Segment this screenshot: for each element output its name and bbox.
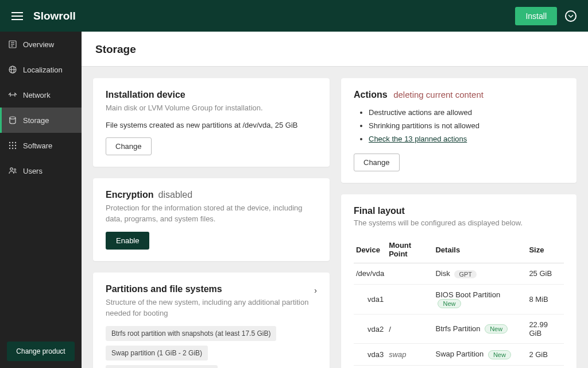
install-button[interactable]: Install [515, 7, 557, 25]
sidebar-label: Software [23, 141, 52, 150]
card-subtitle: Structure of the new system, including a… [106, 297, 317, 319]
menu-icon[interactable] [11, 10, 23, 22]
cell-device: vda2 [354, 315, 386, 344]
svg-point-16 [12, 148, 13, 149]
card-actions: Actions deleting current content Destruc… [341, 78, 577, 183]
partition-chip: Btrfs root partition with snapshots (at … [106, 326, 276, 341]
card-final-layout: Final layout The systems will be configu… [341, 194, 577, 368]
table-row: /dev/vdaDisk GPT25 GiB [354, 263, 564, 285]
svg-point-8 [10, 117, 16, 119]
cell-device: /dev/vda [354, 263, 386, 285]
sidebar-item-software[interactable]: Software [0, 133, 82, 158]
encryption-status: disabled [158, 190, 193, 200]
svg-point-19 [14, 169, 16, 171]
planned-actions-link[interactable]: Check the 13 planned actions [369, 135, 467, 143]
card-title: Encryption disabled [106, 190, 317, 200]
actions-item: Check the 13 planned actions [369, 132, 564, 145]
cell-details: BIOS Boot Partition New [433, 284, 527, 315]
col-left: Installation device Main disk or LVM Vol… [93, 78, 330, 368]
page-title: Storage [82, 32, 588, 67]
card-title: Installation device [106, 90, 317, 100]
cell-device: vda3 [354, 344, 386, 366]
col-mount: Mount Point [386, 236, 433, 263]
table-row: vda2/Btrfs Partition New22.99 GiB [354, 315, 564, 344]
app-title: Slowroll [33, 10, 76, 22]
cell-size: 2 GiB [527, 344, 564, 366]
header: Slowroll Install [0, 0, 588, 32]
sidebar-item-localization[interactable]: Localization [0, 57, 82, 82]
change-button[interactable]: Change [354, 154, 400, 171]
sidebar-label: Localization [23, 66, 63, 74]
table-row: vda3swapSwap Partition New2 GiB [354, 344, 564, 366]
actions-list: Destructive actions are allowed Shrinkin… [354, 106, 564, 145]
cell-size: 8 MiB [527, 284, 564, 315]
partition-chip: Swap partition (1 GiB - 2 GiB) [106, 346, 208, 361]
cell-details: Btrfs Partition New [433, 315, 527, 344]
final-title: Final layout [354, 206, 564, 216]
col-right: Actions deleting current content Destruc… [341, 78, 577, 368]
sidebar-item-users[interactable]: Users [0, 158, 82, 183]
card-text: File systems created as new partitions a… [106, 121, 317, 129]
actions-title: Actions [354, 90, 388, 99]
sidebar-label: Users [23, 167, 42, 175]
cell-mount [386, 284, 433, 315]
grid-icon [8, 141, 17, 150]
card-subtitle: Protection for the information stored at… [106, 202, 317, 225]
card-subtitle: Main disk or LVM Volume Group for instal… [106, 102, 317, 114]
sidebar-item-network[interactable]: Network [0, 82, 82, 108]
table-row: vda1BIOS Boot Partition New8 MiB [354, 284, 564, 315]
cell-mount: swap [386, 344, 433, 366]
content: Installation device Main disk or LVM Vol… [82, 67, 588, 368]
actions-item: Shrinking partitions is not allowed [369, 119, 564, 132]
sidebar: Overview Localization Network Storage So… [0, 32, 82, 368]
svg-point-9 [9, 142, 10, 143]
document-icon [8, 40, 17, 49]
col-details: Details [433, 236, 527, 263]
card-installation-device: Installation device Main disk or LVM Vol… [93, 78, 330, 167]
svg-point-10 [12, 142, 13, 143]
svg-point-13 [12, 145, 13, 146]
change-product-button[interactable]: Change product [7, 342, 75, 361]
svg-point-15 [9, 148, 10, 149]
svg-point-14 [15, 145, 16, 146]
cell-size: 25 GiB [527, 263, 564, 285]
cell-mount [386, 263, 433, 285]
svg-point-12 [9, 145, 10, 146]
header-right: Install [515, 7, 577, 25]
sidebar-item-overview[interactable]: Overview [0, 32, 82, 57]
main: Storage Installation device Main disk or… [82, 32, 588, 368]
sidebar-label: Storage [23, 116, 49, 125]
final-table: Device Mount Point Details Size /dev/vda… [354, 236, 564, 366]
partition-chip: Boot partitions at installation disk [106, 365, 218, 369]
header-left: Slowroll [11, 10, 76, 22]
svg-point-11 [15, 142, 16, 143]
cell-details: Swap Partition New [433, 344, 527, 366]
actions-item: Destructive actions are allowed [369, 106, 564, 119]
card-encryption: Encryption disabled Protection for the i… [93, 178, 330, 261]
col-device: Device [354, 236, 386, 263]
cell-details: Disk GPT [433, 263, 527, 285]
chevron-right-icon[interactable]: › [314, 286, 317, 295]
sidebar-item-storage[interactable]: Storage [0, 108, 82, 133]
status-icon[interactable] [565, 10, 577, 22]
svg-point-17 [15, 148, 16, 149]
cell-mount: / [386, 315, 433, 344]
svg-point-18 [10, 168, 13, 170]
card-title: Partitions and file systems [106, 284, 222, 294]
final-subtitle: The systems will be configured as displa… [354, 218, 564, 227]
col-size: Size [527, 236, 564, 263]
encryption-title: Encryption [106, 190, 154, 200]
storage-icon [8, 116, 17, 125]
layout: Overview Localization Network Storage So… [0, 32, 588, 368]
sidebar-label: Network [23, 91, 51, 99]
cell-device: vda1 [354, 284, 386, 315]
card-partitions: Partitions and file systems › Structure … [93, 273, 330, 369]
change-button[interactable]: Change [106, 137, 152, 155]
cell-size: 22.99 GiB [527, 315, 564, 344]
sidebar-label: Overview [23, 40, 54, 49]
enable-button[interactable]: Enable [106, 232, 149, 250]
globe-icon [8, 65, 17, 74]
network-icon [8, 90, 17, 99]
users-icon [8, 166, 17, 175]
actions-status: deleting current content [393, 90, 483, 99]
